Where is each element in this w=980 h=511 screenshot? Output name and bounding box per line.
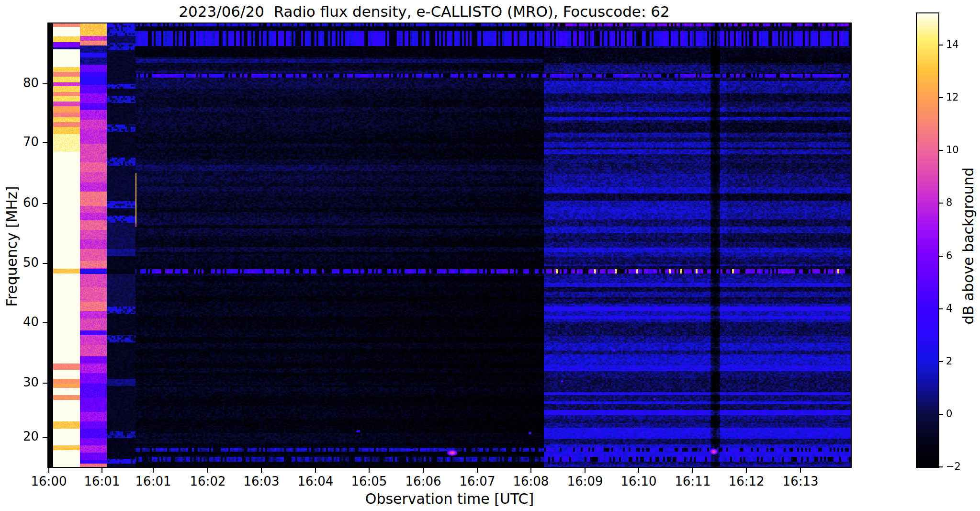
x-tick-mark (530, 468, 531, 473)
x-tick-mark (101, 468, 102, 473)
colorbar-label: dB above background (960, 136, 977, 356)
x-tick-mark (207, 468, 208, 473)
y-tick-mark (43, 383, 47, 384)
x-tick-mark (477, 468, 478, 473)
spectrogram-figure: 2023/06/20 Radio flux density, e-CALLIST… (0, 0, 980, 511)
x-tick-mark (746, 468, 747, 473)
x-tick-label: 16:01 (73, 475, 131, 488)
y-tick-label: 40 (5, 315, 39, 329)
x-tick-mark (800, 468, 801, 473)
colorbar-tick-mark (939, 361, 943, 362)
colorbar-tick-label: 8 (946, 197, 952, 208)
x-tick-label: 16:04 (287, 475, 344, 488)
colorbar-tick-mark (939, 414, 943, 415)
spectrogram-heatmap (48, 23, 851, 467)
colorbar-gradient (917, 13, 938, 467)
y-tick-mark (43, 322, 47, 323)
x-tick-label: 16:06 (394, 475, 452, 488)
x-tick-label: 16:08 (502, 475, 560, 488)
colorbar-tick-label: 0 (946, 409, 952, 420)
y-tick-label: 50 (5, 256, 39, 270)
x-tick-label: 16:03 (233, 475, 290, 488)
colorbar-tick-mark (939, 256, 943, 257)
x-tick-mark (315, 468, 316, 473)
colorbar-tick-label: 14 (946, 39, 959, 50)
y-tick-mark (43, 203, 47, 204)
x-tick-label: 16:01 (124, 475, 182, 488)
x-tick-label: 16:00 (20, 475, 78, 488)
y-tick-label: 20 (5, 430, 39, 443)
y-tick-mark (43, 263, 47, 264)
colorbar-tick-label: −2 (946, 461, 961, 472)
y-tick-label: 30 (5, 375, 39, 389)
x-tick-label: 16:13 (772, 475, 829, 488)
x-tick-label: 16:10 (610, 475, 667, 488)
y-tick-label: 70 (5, 135, 39, 149)
colorbar-tick-label: 6 (946, 250, 952, 261)
colorbar-tick-mark (939, 150, 943, 151)
colorbar-tick-label: 2 (946, 356, 952, 367)
colorbar-tick-label: 12 (946, 92, 959, 103)
x-tick-label: 16:07 (449, 475, 506, 488)
x-tick-mark (692, 468, 693, 473)
x-axis-label: Observation time [UTC] (48, 490, 851, 507)
colorbar-tick-mark (939, 45, 943, 45)
x-tick-mark (369, 468, 370, 473)
x-tick-mark (423, 468, 424, 473)
y-tick-mark (43, 83, 47, 84)
x-tick-label: 16:12 (718, 475, 775, 488)
x-tick-label: 16:02 (179, 475, 237, 488)
colorbar-tick-label: 4 (946, 303, 952, 314)
y-tick-label: 60 (5, 196, 39, 210)
x-tick-mark (153, 468, 154, 473)
x-tick-mark (638, 468, 639, 473)
y-tick-mark (43, 142, 47, 143)
colorbar-tick-mark (939, 308, 943, 309)
x-tick-label: 16:05 (340, 475, 398, 488)
colorbar-tick-mark (939, 203, 943, 204)
x-tick-mark (585, 468, 586, 473)
x-tick-label: 16:11 (664, 475, 721, 488)
x-tick-label: 16:09 (556, 475, 614, 488)
x-tick-mark (48, 468, 49, 473)
colorbar-tick-mark (939, 97, 943, 98)
y-tick-mark (43, 437, 47, 438)
x-tick-mark (261, 468, 262, 473)
colorbar-tick-label: 10 (946, 145, 959, 156)
chart-title: 2023/06/20 Radio flux density, e-CALLIST… (0, 3, 848, 20)
y-tick-label: 80 (5, 76, 39, 90)
colorbar-tick-mark (939, 466, 943, 467)
